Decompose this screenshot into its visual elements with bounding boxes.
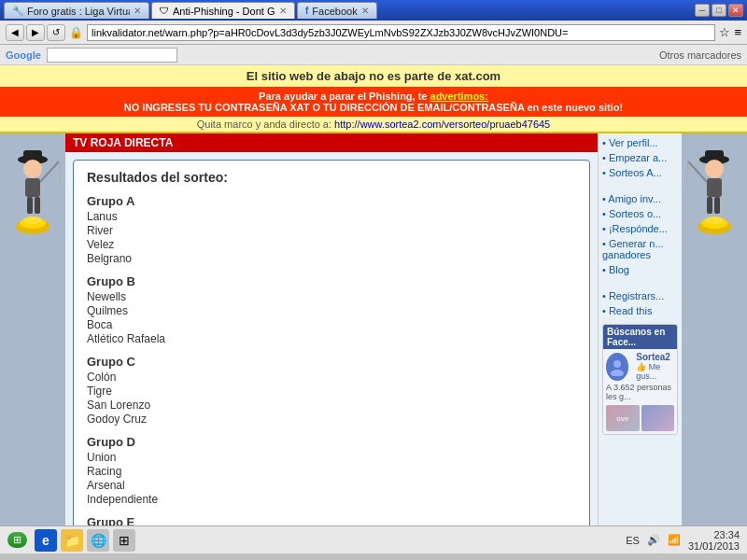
language-indicator: ES (626, 535, 640, 546)
bookmark-icon[interactable]: ☆ (719, 25, 730, 39)
right-fisherman-icon (686, 143, 742, 255)
sidebar-item-responde[interactable]: ¡Respónde... (602, 223, 678, 234)
date-display: 31/01/2013 (688, 540, 740, 552)
start-button[interactable]: ⊞ (7, 532, 27, 548)
svg-point-15 (705, 160, 724, 178)
svg-rect-3 (25, 178, 40, 197)
facebook-like-btn[interactable]: 👍 Me gus... (636, 362, 674, 381)
svg-line-17 (688, 161, 707, 182)
sidebar-item-sorteos-a[interactable]: Sorteos A... (602, 167, 678, 178)
volume-icon[interactable]: 🔊 (647, 534, 660, 546)
svg-rect-7 (35, 197, 40, 214)
left-fisherman-icon (5, 143, 61, 255)
results-box: Resultados del sorteo: Grupo A Lanus Riv… (73, 160, 590, 525)
warning-top-text: El sitio web de abajo no es parte de xat… (0, 65, 747, 87)
google-search-input[interactable] (47, 48, 177, 63)
facebook-avatar (606, 353, 628, 381)
tab-facebook[interactable]: f Facebook ✕ (297, 2, 377, 19)
warning-red-banner: Para ayudar a parar el Phishing, te adve… (0, 87, 747, 117)
sidebar-item-empezar[interactable]: Empezar a... (602, 152, 678, 163)
svg-point-12 (611, 370, 624, 376)
grupo-c-team-3: Godoy Cruz (87, 413, 576, 426)
sidebar-item-sorteos-o[interactable]: Sorteos o... (602, 208, 678, 219)
google-logo: Google (6, 49, 41, 61)
sidebar-item-blog[interactable]: Blog (602, 264, 678, 275)
menu-icon[interactable]: ≡ (734, 25, 741, 39)
browser-tabs: 🔧 Foro gratis : Liga Virtual R... ✕ 🛡 An… (4, 2, 695, 19)
svg-line-18 (686, 161, 688, 208)
grupo-c-team-0: Colón (87, 371, 576, 384)
taskbar-ie-icon[interactable]: e (35, 529, 57, 552)
maximize-button[interactable]: □ (712, 4, 726, 17)
facebook-photo-1: ove (606, 405, 640, 431)
network-icon[interactable]: 📶 (668, 534, 681, 546)
forward-button[interactable]: ▶ (26, 24, 45, 41)
grupo-b-title: Grupo B (87, 274, 576, 288)
google-bar: Google Otros marcadores (0, 45, 747, 65)
main-area: TV ROJA DIRECTA Resultados del sorteo: G… (0, 133, 747, 525)
address-bar: ◀ ▶ ↺ 🔒 ☆ ≡ (0, 21, 747, 45)
grupo-a-title: Grupo A (87, 194, 576, 208)
svg-point-11 (613, 360, 621, 368)
grupo-b-team-1: Quilmes (87, 304, 576, 317)
tab-close-facebook[interactable]: ✕ (361, 6, 369, 16)
tab-antiphishing[interactable]: 🛡 Anti-Phishing - Dont Get ... ✕ (151, 2, 295, 19)
taskbar-icons: e 📁 🌐 ⊞ (35, 529, 135, 552)
grupo-a-team-0: Lanus (87, 210, 576, 223)
grupo-b-team-0: Newells (87, 290, 576, 303)
facebook-body: Sortea2 👍 Me gus... A 3.652 personas les… (603, 349, 677, 434)
grupo-d-team-0: Union (87, 451, 576, 464)
tab-close-foro[interactable]: ✕ (134, 6, 141, 16)
address-input[interactable] (87, 24, 715, 41)
taskbar-chrome-icon[interactable]: 🌐 (87, 529, 109, 552)
grupo-d-team-1: Racing (87, 465, 576, 478)
warning-link-bar: Quita marco y anda directo a: http://www… (0, 117, 747, 132)
refresh-button[interactable]: ↺ (47, 24, 65, 41)
minimize-button[interactable]: ─ (695, 4, 710, 17)
warning-red-line1: Para ayudar a parar el Phishing, te adve… (259, 91, 488, 102)
svg-line-4 (40, 161, 59, 182)
sidebar-item-ver-perfil[interactable]: Ver perfil... (602, 137, 678, 148)
taskbar-folder-icon[interactable]: 📁 (61, 529, 83, 552)
svg-rect-19 (714, 197, 720, 214)
title-bar: 🔧 Foro gratis : Liga Virtual R... ✕ 🛡 An… (0, 0, 747, 21)
close-button[interactable]: ✕ (728, 4, 743, 17)
sidebar-item-generar[interactable]: Generar n... ganadores (602, 238, 678, 260)
facebook-photos: ove (606, 405, 674, 431)
warning-link-advertimos[interactable]: advertimos: (430, 91, 488, 102)
tab-label: Facebook (312, 6, 357, 17)
grupo-d-team-2: Arsenal (87, 479, 576, 492)
window-controls: ─ □ ✕ (695, 4, 743, 17)
status-bar: ⊞ e 📁 🌐 ⊞ ES 🔊 📶 23:34 31/01/2013 (0, 525, 747, 553)
grupo-c-team-1: Tigre (87, 385, 576, 398)
grupo-a-team-3: Belgrano (87, 252, 576, 265)
grupo-d-title: Grupo D (87, 435, 576, 449)
lock-icon: 🔒 (69, 26, 83, 39)
results-body: Resultados del sorteo: Grupo A Lanus Riv… (74, 161, 589, 525)
grupo-d-team-3: Independiente (87, 493, 576, 506)
facebook-likes: A 3.652 personas les g... (606, 383, 674, 401)
facebook-section: Búscanos en Face... Sortea2 👍 Me gus... … (602, 324, 678, 435)
grupo-e-title: Grupo E (87, 515, 576, 525)
page-header: TV ROJA DIRECTA (65, 133, 598, 152)
warning-direct-link[interactable]: http://www.sortea2.com/versorteo/pruaeb4… (334, 119, 550, 130)
otros-marcadores[interactable]: Otros marcadores (659, 49, 741, 61)
sidebar-item-registrars[interactable]: Registrars... (602, 290, 678, 301)
warning-link-text: Quita marco y anda directo a: (197, 119, 331, 130)
tab-foro[interactable]: 🔧 Foro gratis : Liga Virtual R... ✕ (4, 2, 149, 19)
sidebar-item-amigo[interactable]: Amigo inv... (602, 193, 678, 204)
warning-red-line2: NO INGRESES TU CONTRASEÑA XAT O TU DIREC… (124, 102, 623, 113)
right-sidebar: Ver perfil... Empezar a... Sorteos A... … (598, 133, 682, 525)
tab-label: Anti-Phishing - Dont Get ... (173, 6, 275, 17)
taskbar-windows-icon[interactable]: ⊞ (113, 529, 135, 552)
tab-close-antiphishing[interactable]: ✕ (279, 6, 287, 16)
back-button[interactable]: ◀ (6, 24, 24, 41)
facebook-page-name[interactable]: Sortea2 (636, 352, 674, 362)
grupo-c-team-2: San Lorenzo (87, 399, 576, 412)
grupo-c-title: Grupo C (87, 355, 576, 369)
grupo-b-team-3: Atlético Rafaela (87, 332, 576, 345)
grupo-a-team-2: Velez (87, 238, 576, 251)
svg-line-5 (59, 161, 61, 208)
sidebar-item-read-this[interactable]: Read this (602, 305, 678, 316)
warning-banner: El sitio web de abajo no es parte de xat… (0, 65, 747, 133)
